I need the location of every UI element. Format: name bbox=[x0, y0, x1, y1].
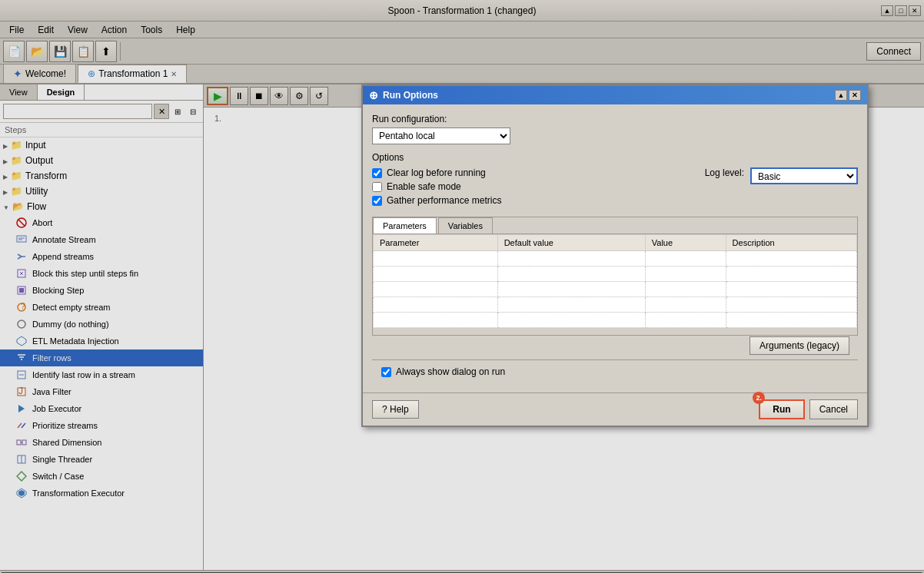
cancel-button[interactable]: Cancel bbox=[809, 399, 858, 419]
p4c4 bbox=[726, 297, 856, 313]
performance-row: Gather performance metrics bbox=[372, 195, 690, 206]
p5c1 bbox=[374, 313, 498, 328]
p4c2 bbox=[497, 297, 645, 313]
variables-tab[interactable]: Variables bbox=[438, 217, 493, 234]
performance-checkbox[interactable] bbox=[372, 196, 382, 206]
param-row-1 bbox=[374, 251, 857, 267]
p4c3 bbox=[645, 297, 726, 313]
run-options-dialog: ⊕ Run Options ▲ ✕ Run configuration: Pen… bbox=[361, 84, 869, 427]
p3c2 bbox=[497, 282, 645, 297]
dialog-title-controls: ▲ ✕ bbox=[835, 90, 861, 101]
params-table-head: Parameter Default value Value Descriptio… bbox=[374, 235, 857, 251]
options-right: Log level: Basic None Minimal Detailed D… bbox=[705, 167, 858, 209]
param-row-2 bbox=[374, 267, 857, 282]
dialog-footer: ? Help 2. Run Cancel bbox=[363, 392, 867, 426]
dialog-title-bar: ⊕ Run Options ▲ ✕ bbox=[363, 86, 867, 104]
dialog-restore-button[interactable]: ▲ bbox=[835, 90, 847, 101]
dialog-close-button[interactable]: ✕ bbox=[849, 90, 861, 101]
p2c1 bbox=[374, 267, 498, 282]
param-row-4 bbox=[374, 297, 857, 313]
param-row-5 bbox=[374, 313, 857, 328]
options-grid: Clear log before running Enable safe mod… bbox=[372, 167, 858, 209]
p1c2 bbox=[497, 251, 645, 267]
dialog-title-area: ⊕ Run Options bbox=[369, 89, 438, 101]
safe-mode-label: Enable safe mode bbox=[387, 181, 461, 192]
always-show-checkbox[interactable] bbox=[381, 367, 391, 377]
run-config-label: Run configuration: bbox=[372, 114, 858, 124]
param-col-value: Value bbox=[645, 235, 726, 251]
p1c1 bbox=[374, 251, 498, 267]
args-legacy-button[interactable]: Arguments (legacy) bbox=[750, 336, 849, 355]
clear-log-checkbox[interactable] bbox=[372, 168, 382, 178]
footer-right: 2. Run Cancel bbox=[759, 399, 858, 419]
run-config-row: Pentaho local bbox=[372, 128, 858, 144]
p5c2 bbox=[497, 313, 645, 328]
options-section: Options Clear log before running Enable … bbox=[372, 152, 858, 209]
param-col-parameter: Parameter bbox=[374, 235, 498, 251]
params-header-row: Parameter Default value Value Descriptio… bbox=[374, 235, 857, 251]
run-config-select-wrapper: Pentaho local bbox=[372, 128, 510, 144]
dialog-overlay: ⊕ Run Options ▲ ✕ Run configuration: Pen… bbox=[0, 0, 924, 573]
params-tab[interactable]: Parameters bbox=[373, 217, 437, 234]
dialog-content: Run configuration: Pentaho local Options… bbox=[363, 104, 867, 392]
safe-mode-row: Enable safe mode bbox=[372, 181, 690, 192]
run-config-select[interactable]: Pentaho local bbox=[372, 128, 510, 144]
options-left: Clear log before running Enable safe mod… bbox=[372, 167, 690, 209]
log-level-select[interactable]: Basic None Minimal Detailed Debug Row Le… bbox=[750, 167, 858, 184]
always-show-row: Always show dialog on run bbox=[372, 359, 858, 383]
p1c4 bbox=[726, 251, 856, 267]
p4c1 bbox=[374, 297, 498, 313]
p3c3 bbox=[645, 282, 726, 297]
params-container: Parameters Variables Parameter Default v… bbox=[372, 217, 858, 336]
dialog-icon: ⊕ bbox=[369, 89, 378, 101]
clear-log-label: Clear log before running bbox=[387, 167, 486, 178]
param-row-3 bbox=[374, 282, 857, 297]
args-btn-row: Arguments (legacy) bbox=[373, 328, 857, 335]
p2c2 bbox=[497, 267, 645, 282]
p3c1 bbox=[374, 282, 498, 297]
dialog-title-text: Run Options bbox=[383, 90, 438, 101]
run-btn-wrapper: 2. Run bbox=[759, 399, 804, 419]
param-col-default: Default value bbox=[497, 235, 645, 251]
log-level-select-wrapper: Basic None Minimal Detailed Debug Row Le… bbox=[750, 167, 858, 184]
params-table: Parameter Default value Value Descriptio… bbox=[373, 234, 857, 328]
p5c3 bbox=[645, 313, 726, 328]
params-table-container: Parameter Default value Value Descriptio… bbox=[373, 234, 857, 328]
log-level-label: Log level: bbox=[705, 167, 744, 178]
clear-log-row: Clear log before running bbox=[372, 167, 690, 178]
params-tabs: Parameters Variables bbox=[373, 217, 857, 234]
help-button[interactable]: ? Help bbox=[372, 400, 419, 419]
p3c4 bbox=[726, 282, 856, 297]
p5c4 bbox=[726, 313, 856, 328]
params-table-body bbox=[374, 251, 857, 328]
safe-mode-checkbox[interactable] bbox=[372, 182, 382, 192]
p1c3 bbox=[645, 251, 726, 267]
footer-left: ? Help bbox=[372, 400, 419, 419]
run-dialog-button[interactable]: Run bbox=[759, 399, 804, 419]
always-show-label: Always show dialog on run bbox=[396, 366, 505, 377]
p2c3 bbox=[645, 267, 726, 282]
options-title: Options bbox=[372, 152, 858, 163]
performance-label: Gather performance metrics bbox=[387, 195, 501, 206]
param-col-description: Description bbox=[726, 235, 856, 251]
p2c4 bbox=[726, 267, 856, 282]
